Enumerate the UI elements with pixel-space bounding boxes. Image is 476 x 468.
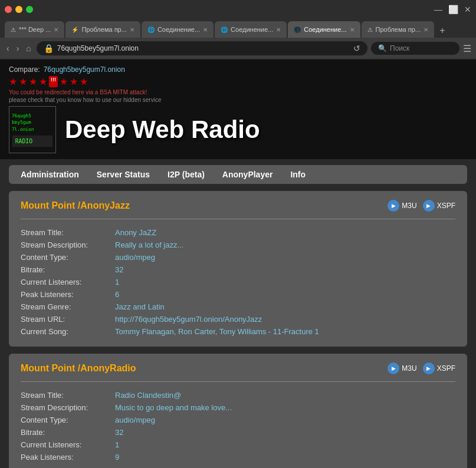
xspf-link-jazz[interactable]: ▶ XSPF [423,200,455,212]
tab-3-label: Соединение... [157,26,200,33]
tab-2-close[interactable]: ✕ [130,27,134,33]
tab-5-active[interactable]: 🌑 Соединение... ✕ [288,21,360,38]
close-btn[interactable] [5,6,12,13]
card-links-jazz: ▶ M3U ▶ XSPF [388,200,455,212]
field-label: Stream Title: [21,389,115,401]
tab-6-favicon: ⚠ [367,27,373,33]
title-bar-actions: — ⬜ ✕ [434,5,471,14]
maximize-btn[interactable] [26,6,33,13]
logo-area: 76qugh5 bey5gum 7l.onion RADIO Deep Web … [9,106,467,153]
table-row: Stream Genre: Jazz and Latin [21,301,455,313]
field-value: audio/mpeg [115,251,455,263]
table-row: Bitrate: 32 [21,263,455,276]
m3u-link-jazz[interactable]: ▶ M3U [388,200,416,212]
home-button[interactable]: ⌂ [24,42,32,55]
tab-5-close[interactable]: ✕ [350,27,354,33]
star-2: ★ [19,76,27,87]
site-title: Deep Web Radio [65,116,260,144]
field-label: Current Listeners: [21,439,115,451]
address-bar: ‹ › ⌂ 🔒 76qugh5bey5gum7l.onion ↺ 🔍 Поиск… [0,38,476,59]
restore-window-icon[interactable]: ⬜ [448,5,458,14]
logo-image: 76qugh5 bey5gum 7l.onion RADIO [9,106,56,153]
title-bar: — ⬜ ✕ [0,0,476,19]
reload-icon[interactable]: ↺ [353,44,360,53]
address-bar-input-wrap[interactable]: 🔒 76qugh5bey5gum7l.onion ↺ [37,41,367,55]
tab-3-close[interactable]: ✕ [203,27,208,33]
stream-table-jazz: Stream Title: Anony JaZZ Stream Descript… [21,226,455,338]
minimize-window-icon[interactable]: — [434,5,442,14]
new-tab-button[interactable]: + [435,24,449,38]
tab-2-label: Проблема пр... [81,26,126,33]
m3u-link-radio[interactable]: ▶ M3U [388,362,416,374]
field-label: Peak Listeners: [21,288,115,301]
tab-1-close[interactable]: ✕ [54,27,58,33]
tab-6[interactable]: ⚠ Проблема пр... ✕ [362,21,434,38]
field-value: Music to go deep and make love... [115,401,455,414]
tab-2-favicon: ⚡ [71,27,78,33]
tab-6-label: Проблема пр... [376,26,421,33]
back-button[interactable]: ‹ [5,42,11,55]
tab-1[interactable]: ⚠ *** Deep ... ✕ [5,21,64,38]
close-window-icon[interactable]: ✕ [464,5,471,14]
tab-3-favicon: 🌐 [147,27,155,33]
forward-button[interactable]: › [15,42,21,55]
nav-item-server-status[interactable]: Server Status [97,170,150,179]
mount-card-anony-jazz: Mount Point /AnonyJazz ▶ M3U ▶ XSPF Stre… [9,191,467,347]
stream-url-jazz[interactable]: http://76qugh5bey5gum7l.onion/AnonyJazz [115,313,455,325]
star-4: ★ [39,76,47,87]
table-row: Current Song: Tommy Flanagan, Ron Carter… [21,325,455,338]
svg-text:7l.onion: 7l.onion [12,127,34,132]
nav-item-i2p-beta[interactable]: I2P (beta) [168,170,205,179]
table-row: Bitrate: 32 [21,426,455,439]
table-row: Stream Title: Radio Clandestin@ [21,389,455,401]
field-value: Jazz and Latin [115,301,455,313]
xspf-link-radio[interactable]: ▶ XSPF [423,362,455,374]
table-row: Stream URL: http://76qugh5bey5gum7l.onio… [21,313,455,325]
table-row: Stream Title: Anony JaZZ [21,226,455,239]
table-row: Stream Description: Really a lot of jazz… [21,239,455,251]
card-links-radio: ▶ M3U ▶ XSPF [388,362,455,374]
stars-row: ★ ★ ★ ★ !!! ★ ★ ★ [9,76,467,87]
window-controls [5,6,33,13]
security-icon: 🔒 [44,44,54,53]
tab-6-close[interactable]: ✕ [424,27,428,33]
tab-3[interactable]: 🌐 Соединение... ✕ [142,21,214,38]
star-3: ★ [29,76,37,87]
xspf-label-jazz: XSPF [437,202,455,210]
field-value: audio/mpeg [115,414,455,426]
field-value: Tommy Flanagan, Ron Carter, Tony William… [115,325,455,338]
card-title-jazz: Mount Point /AnonyJazz [21,200,130,211]
field-label: Peak Listeners: [21,451,115,463]
tab-4-close[interactable]: ✕ [276,27,281,33]
field-label: Current Song: [21,325,115,338]
table-row: Content Type: audio/mpeg [21,251,455,263]
card-header-radio: Mount Point /AnonyRadio ▶ M3U ▶ XSPF [21,362,455,382]
m3u-label-radio: M3U [402,364,416,373]
table-row: Current Listeners: 1 [21,276,455,288]
search-box[interactable]: 🔍 Поиск [371,42,459,55]
field-value: 1 [115,439,455,451]
nav-item-administration[interactable]: Administration [21,170,79,179]
nav-item-anony-player[interactable]: AnonyPlayer [222,170,273,179]
table-row: Content Type: audio/mpeg [21,414,455,426]
field-value: 32 [115,263,455,276]
svg-text:RADIO: RADIO [15,138,32,144]
field-label: Content Type: [21,414,115,426]
mount-card-anony-radio: Mount Point /AnonyRadio ▶ M3U ▶ XSPF Str… [9,354,467,468]
page-content: Compare: 76qugh5bey5gum7l.onion ★ ★ ★ ★ … [0,60,476,468]
address-text[interactable]: 76qugh5bey5gum7l.onion [57,44,353,52]
warning-badge: !!! [49,76,58,87]
nav-item-info[interactable]: Info [290,170,306,179]
tab-2[interactable]: ⚡ Проблема пр... ✕ [65,21,140,38]
table-row: Stream Description: Music to go deep and… [21,401,455,414]
star-7: ★ [80,76,88,87]
table-row: Peak Listeners: 9 [21,451,455,463]
minimize-btn[interactable] [15,6,22,13]
table-row: Current Listeners: 1 [21,439,455,451]
tab-4[interactable]: 🌐 Соединение... ✕ [215,21,287,38]
play-icon-xspf-radio: ▶ [423,362,435,374]
field-label: Content Type: [21,251,115,263]
play-icon-xspf-jazz: ▶ [423,200,435,212]
field-value: 9 [115,451,455,463]
browser-menu-button[interactable]: ☰ [463,43,471,54]
